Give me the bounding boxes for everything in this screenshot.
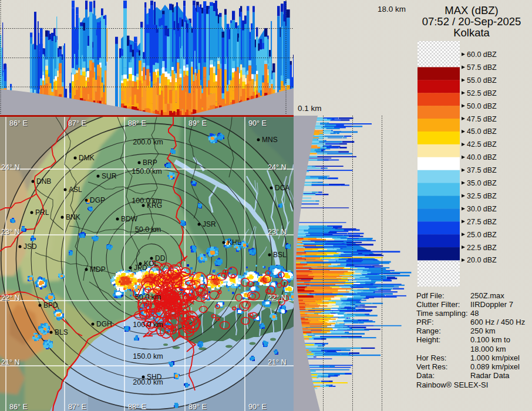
svg-text:90° E: 90° E [248,119,267,127]
svg-text:Height:: Height: [416,335,440,344]
svg-text:0.1 km: 0.1 km [298,104,322,113]
svg-text:50.0 dBZ: 50.0 dBZ [467,102,497,110]
svg-text:22° N: 22° N [1,294,19,302]
svg-text:200.0 km: 200.0 km [133,138,163,146]
svg-text:24° N: 24° N [268,163,286,171]
svg-text:20.0 dBZ: 20.0 dBZ [467,256,497,264]
svg-text:52.5 dBZ: 52.5 dBZ [467,89,497,97]
svg-text:57.5 dBZ: 57.5 dBZ [467,63,497,72]
svg-text:32.5 dBZ: 32.5 dBZ [467,192,497,200]
svg-text:23° N: 23° N [268,228,286,236]
svg-text:Kolkata: Kolkata [453,26,490,39]
svg-text:PRF:: PRF: [416,318,434,326]
svg-text:PRL: PRL [35,208,49,217]
svg-text:21° N: 21° N [268,358,286,366]
svg-text:JSD: JSD [23,242,37,251]
svg-text:100.0 km: 100.0 km [132,197,161,205]
svg-text:MDP: MDP [90,265,106,274]
svg-text:55.0 dBZ: 55.0 dBZ [467,76,497,85]
svg-text:BLS: BLS [55,328,68,336]
svg-text:07:52 / 20-Sep-2025: 07:52 / 20-Sep-2025 [422,15,521,28]
svg-text:42.5 dBZ: 42.5 dBZ [467,140,497,149]
svg-text:SUR: SUR [102,172,117,180]
svg-text:47.5 dBZ: 47.5 dBZ [467,115,497,123]
svg-text:Data:: Data: [416,371,435,380]
svg-text:Radar Data: Radar Data [470,371,510,380]
svg-text:24° N: 24° N [1,163,19,171]
svg-text:Clutter Filter:: Clutter Filter: [416,300,460,309]
svg-text:DMK: DMK [79,154,95,162]
svg-text:1.000 km/pixel: 1.000 km/pixel [470,353,520,362]
svg-text:Vert Res:: Vert Res: [416,362,447,371]
svg-text:DGP: DGP [90,196,105,204]
svg-text:MNS: MNS [262,136,278,144]
svg-text:200.0 km: 200.0 km [133,378,163,386]
svg-text:21° N: 21° N [1,358,19,366]
svg-text:18.0 km: 18.0 km [378,5,406,14]
svg-text:50.0 km: 50.0 km [135,293,161,301]
svg-text:23° N: 23° N [1,228,19,236]
svg-text:BDW: BDW [121,215,138,223]
svg-text:60.0 dBZ: 60.0 dBZ [467,50,497,59]
svg-text:150.0 km: 150.0 km [133,352,163,361]
svg-text:JPD: JPD [134,264,147,272]
svg-text:BNK: BNK [66,213,80,221]
svg-text:Hor Res:: Hor Res: [416,353,446,362]
svg-text:86° E: 86° E [9,403,28,411]
svg-text:DNB: DNB [36,177,51,186]
svg-text:88° E: 88° E [128,119,146,127]
svg-text:89° E: 89° E [188,119,207,127]
svg-text:Rainbow® SELEX-SI: Rainbow® SELEX-SI [416,380,488,389]
svg-text:50.0 km: 50.0 km [135,225,161,234]
svg-text:BPD: BPD [43,301,58,309]
svg-text:0.100 km to: 0.100 km to [470,335,510,344]
svg-text:MAX (dBZ): MAX (dBZ) [445,4,498,16]
svg-text:18.000 km: 18.000 km [470,345,506,353]
svg-text:27.5 dBZ: 27.5 dBZ [467,218,497,226]
svg-text:88° E: 88° E [128,403,146,411]
svg-text:30.0 dBZ: 30.0 dBZ [467,205,497,213]
svg-text:35.0 dBZ: 35.0 dBZ [467,179,497,187]
svg-text:Range:: Range: [416,326,441,335]
svg-text:DGH: DGH [96,320,112,328]
svg-text:22° N: 22° N [268,294,286,302]
svg-text:Time sampling:: Time sampling: [416,309,468,318]
svg-text:86° E: 86° E [9,119,28,127]
svg-text:22.5 dBZ: 22.5 dBZ [467,244,497,252]
svg-text:87° E: 87° E [68,119,86,127]
svg-text:87° E: 87° E [68,403,86,411]
svg-text:KHL: KHL [227,238,241,247]
svg-text:BRP: BRP [143,159,157,167]
svg-text:ASL: ASL [69,186,82,194]
svg-text:150.0 km: 150.0 km [132,167,161,176]
svg-text:90° E: 90° E [248,403,267,411]
svg-text:DCA: DCA [275,184,289,192]
svg-text:250 km: 250 km [470,326,496,335]
svg-text:89° E: 89° E [188,403,207,411]
svg-text:BSL: BSL [273,251,287,259]
svg-text:IIRDoppler 7: IIRDoppler 7 [470,300,513,309]
svg-text:250Z.max: 250Z.max [470,291,504,300]
svg-text:37.5 dBZ: 37.5 dBZ [467,166,497,174]
svg-text:0.089 km/pixel: 0.089 km/pixel [470,362,520,371]
svg-text:600 Hz / 450 Hz: 600 Hz / 450 Hz [470,318,525,326]
svg-text:48: 48 [470,309,479,318]
svg-text:Pdf File:: Pdf File: [416,291,445,300]
svg-text:45.0 dBZ: 45.0 dBZ [467,127,497,136]
svg-text:25.0 dBZ: 25.0 dBZ [467,231,497,239]
svg-text:100.0 km: 100.0 km [133,321,163,329]
svg-text:40.0 dBZ: 40.0 dBZ [467,153,497,161]
svg-text:JSR: JSR [203,220,216,228]
